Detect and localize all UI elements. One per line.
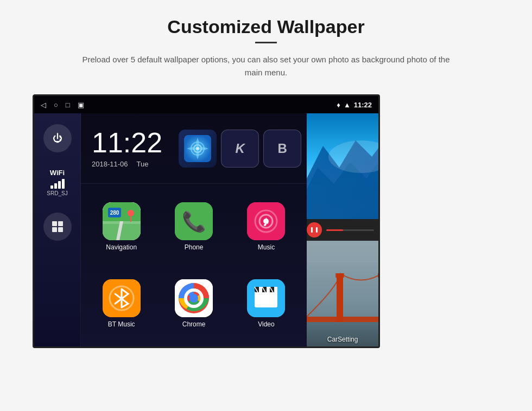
android-sidebar: ⏻ WiFi SRD_SJ — [34, 113, 81, 346]
navigation-icon: 280 — [103, 202, 141, 240]
wifi-signal-icon: ▲ — [344, 101, 351, 109]
quick-apps: K B — [173, 113, 307, 183]
btmusic-label: BT Music — [108, 320, 135, 328]
title-divider — [255, 42, 277, 43]
android-center: 11:22 2018-11-06 Tue — [81, 113, 307, 346]
apps-grid-button[interactable] — [43, 213, 72, 241]
date-display: 2018-11-06 Tue — [92, 160, 162, 168]
screenshot-nav-icon[interactable]: ▣ — [78, 101, 84, 109]
location-icon: ♦ — [337, 101, 340, 109]
app-item-navigation[interactable]: 280 Navigation — [85, 188, 157, 265]
page-subtitle: Preload over 5 default wallpaper options… — [76, 53, 456, 79]
chrome-label: Chrome — [182, 320, 206, 328]
svg-rect-1 — [58, 221, 63, 226]
svg-rect-2 — [52, 227, 57, 232]
content-area: ◁ ○ □ ▣ ♦ ▲ 11:22 ⏻ WiFi — [33, 94, 499, 348]
progress-track — [326, 229, 374, 231]
recent-nav-icon[interactable]: □ — [66, 101, 70, 109]
navigation-label: Navigation — [106, 243, 137, 251]
home-nav-icon[interactable]: ○ — [54, 101, 58, 109]
mini-player — [307, 219, 378, 241]
carsetting-label: CarSetting — [307, 336, 378, 343]
app-item-music[interactable]: ♪ Music — [230, 188, 302, 265]
svg-point-14 — [128, 210, 134, 216]
date-value: 2018-11-06 — [92, 160, 128, 168]
progress-fill — [326, 229, 343, 231]
status-bar-left: ◁ ○ □ ▣ — [41, 101, 84, 109]
grid-icon — [51, 220, 64, 233]
wifi-widget: WiFi SRD_SJ — [47, 169, 67, 196]
wallpaper-ice-cave[interactable] — [307, 113, 378, 219]
wifi-bar-2 — [54, 183, 57, 189]
wifi-bar-3 — [58, 181, 61, 189]
quick-app-b[interactable]: B — [263, 130, 301, 168]
app-item-btmusic[interactable]: BT Music — [85, 265, 157, 342]
back-nav-icon[interactable]: ◁ — [41, 101, 46, 109]
music-icon: ♪ — [247, 202, 285, 240]
svg-rect-45 — [311, 227, 313, 233]
svg-text:📞: 📞 — [182, 210, 206, 233]
b-label: B — [278, 141, 287, 156]
radio-signal-icon — [184, 135, 211, 162]
quick-app-k[interactable]: K — [221, 130, 259, 168]
wallpaper-panel: CarSetting — [307, 113, 378, 346]
player-bar — [326, 229, 374, 231]
video-label: Video — [258, 320, 274, 328]
app-item-phone[interactable]: 📞 Phone — [157, 188, 230, 265]
svg-rect-33 — [255, 287, 277, 292]
k-label: K — [236, 141, 245, 156]
page-title: Customized Wallpaper — [167, 16, 364, 37]
music-label: Music — [258, 243, 275, 251]
svg-text:280: 280 — [110, 210, 119, 216]
svg-rect-54 — [307, 241, 378, 262]
wifi-bar-1 — [50, 185, 53, 189]
video-icon — [247, 279, 285, 317]
svg-rect-34 — [259, 287, 262, 292]
wifi-label: WiFi — [47, 169, 67, 177]
phone-icon: 📞 — [175, 202, 213, 240]
wifi-bar-4 — [62, 179, 65, 189]
status-time: 11:22 — [354, 101, 372, 109]
status-bar-right: ♦ ▲ 11:22 — [337, 101, 372, 109]
svg-text:♪: ♪ — [262, 213, 270, 229]
app-item-video[interactable]: Video — [230, 265, 302, 342]
app-item-chrome[interactable]: Chrome — [157, 265, 230, 342]
status-bar: ◁ ○ □ ▣ ♦ ▲ 11:22 — [34, 96, 378, 113]
wifi-bars — [47, 179, 67, 189]
play-icon — [311, 226, 318, 234]
btmusic-icon — [103, 279, 141, 317]
app-grid: 280 Navigation — [81, 184, 307, 346]
svg-rect-35 — [267, 287, 270, 292]
android-screen: ◁ ○ □ ▣ ♦ ▲ 11:22 ⏻ WiFi — [33, 94, 380, 348]
day-value: Tue — [137, 160, 149, 168]
phone-label: Phone — [185, 243, 204, 251]
wallpaper-bridge[interactable]: CarSetting — [307, 241, 378, 346]
svg-rect-0 — [52, 221, 57, 226]
top-panel: 11:22 2018-11-06 Tue — [81, 113, 307, 184]
wifi-ssid: SRD_SJ — [47, 190, 67, 196]
time-section: 11:22 2018-11-06 Tue — [81, 113, 173, 183]
svg-point-30 — [191, 295, 197, 301]
clock-display: 11:22 — [92, 129, 162, 157]
svg-rect-46 — [316, 227, 318, 233]
svg-rect-3 — [58, 227, 63, 232]
svg-rect-36 — [274, 287, 277, 292]
android-body: ⏻ WiFi SRD_SJ — [34, 113, 378, 346]
svg-rect-32 — [255, 291, 277, 307]
power-button[interactable]: ⏻ — [43, 124, 72, 152]
mini-player-icon — [307, 222, 322, 237]
chrome-icon — [175, 279, 213, 317]
quick-app-radio[interactable] — [179, 130, 217, 168]
